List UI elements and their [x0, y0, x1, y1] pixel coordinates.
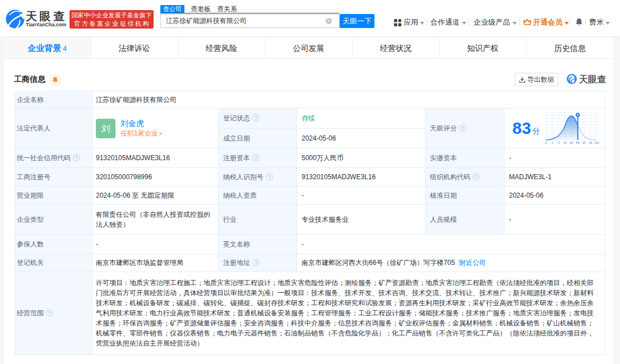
svg-text:97: 97	[582, 141, 586, 144]
svg-text:50: 50	[570, 141, 573, 144]
svg-text:0: 0	[545, 141, 547, 144]
svg-text:100: 100	[595, 141, 600, 144]
svg-text:1: 1	[552, 141, 553, 144]
svg-text:3: 3	[558, 141, 560, 144]
svg-text:99: 99	[589, 141, 593, 144]
svg-text:85: 85	[576, 141, 580, 144]
svg-text:天眼查: 天眼查	[579, 74, 606, 84]
svg-text:15: 15	[563, 141, 567, 144]
